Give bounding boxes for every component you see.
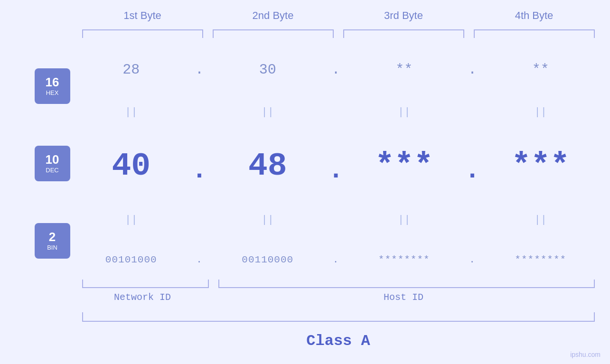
eq-1: || <box>125 104 137 120</box>
byte-header-1: 1st Byte <box>77 9 208 26</box>
byte-headers-row: 1st Byte 2nd Byte 3rd Byte 4th Byte <box>77 9 600 26</box>
dec-byte-2: 48 <box>248 143 287 189</box>
hex-byte-1: 28 <box>122 50 140 80</box>
top-bracket-3 <box>343 29 464 38</box>
eq2-3: || <box>398 212 410 228</box>
big-bottom-bracket <box>82 312 595 322</box>
dot-hex-2: . <box>331 50 340 80</box>
bottom-section: Network ID Host ID Class A <box>77 280 600 355</box>
dot-bin-3: . <box>469 250 476 275</box>
top-brackets-row <box>77 29 600 38</box>
eq-2: || <box>262 104 274 120</box>
eq2-1: || <box>125 212 137 228</box>
hex-byte-2: 30 <box>259 50 276 80</box>
dot-dec-3: . <box>464 141 480 186</box>
badge-bin-label: BIN <box>47 244 57 251</box>
dec-byte-3: *** <box>375 143 433 189</box>
dot-dec-1: . <box>191 141 207 186</box>
eq2-2: || <box>262 212 274 228</box>
bracket-network <box>82 280 209 288</box>
host-id-label: Host ID <box>208 292 600 303</box>
byte-header-3: 3rd Byte <box>338 9 469 26</box>
eq-4: || <box>535 104 547 120</box>
dot-bin-1: . <box>196 250 203 275</box>
badge-hex: 16 HEX <box>35 68 70 104</box>
bracket-host <box>218 280 595 288</box>
badge-hex-label: HEX <box>46 89 59 96</box>
main-container: 1st Byte 2nd Byte 3rd Byte 4th Byte 16 H… <box>0 0 610 364</box>
top-bracket-1 <box>82 29 203 38</box>
badges-column: 16 HEX 10 DEC 2 BIN <box>11 47 73 280</box>
byte-header-4: 4th Byte <box>469 9 600 26</box>
top-bracket-2 <box>213 29 334 38</box>
class-label: Class A <box>77 327 600 355</box>
dec-byte-4: *** <box>512 143 570 189</box>
byte-header-2: 2nd Byte <box>208 9 338 26</box>
badge-bin-num: 2 <box>49 231 56 243</box>
badge-dec-label: DEC <box>46 167 58 174</box>
eq2-4: || <box>535 212 547 228</box>
bin-byte-1: 00101000 <box>105 250 157 275</box>
network-id-label: Network ID <box>77 292 208 303</box>
badge-hex-num: 16 <box>46 76 59 88</box>
dot-dec-2: . <box>328 141 344 186</box>
bottom-brackets <box>77 280 600 288</box>
watermark: ipshu.com <box>570 351 601 358</box>
badge-bin: 2 BIN <box>35 223 70 259</box>
badge-dec-num: 10 <box>46 153 59 166</box>
bin-byte-2: 00110000 <box>242 250 293 275</box>
eq-3: || <box>398 104 410 120</box>
hex-byte-3: ** <box>395 50 413 80</box>
dot-bin-2: . <box>333 250 339 275</box>
id-labels: Network ID Host ID <box>77 292 600 303</box>
hex-byte-4: ** <box>532 50 549 80</box>
top-bracket-4 <box>474 29 595 38</box>
bin-byte-4: ******** <box>515 250 566 275</box>
dot-hex-1: . <box>195 50 204 80</box>
bin-byte-3: ******** <box>378 250 430 275</box>
dec-byte-1: 40 <box>112 143 150 189</box>
content-area: 16 HEX 10 DEC 2 BIN 28 . <box>11 47 600 280</box>
dot-hex-3: . <box>468 50 477 80</box>
badge-dec: 10 DEC <box>35 146 70 181</box>
